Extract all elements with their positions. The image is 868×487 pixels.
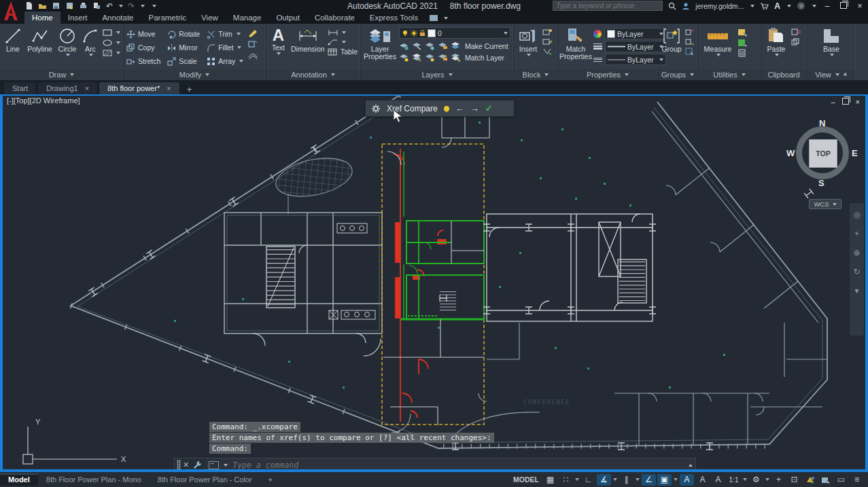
graphics-performance-icon[interactable] xyxy=(803,474,817,486)
layer-freeze-tool-icon[interactable] xyxy=(425,41,436,50)
viewcube[interactable]: N S W E TOP xyxy=(796,126,849,179)
array-dropdown-icon[interactable] xyxy=(239,60,243,62)
group-selection-icon[interactable] xyxy=(685,48,695,55)
tab-insert[interactable]: Insert xyxy=(60,12,95,24)
create-block-icon[interactable] xyxy=(542,29,553,36)
arc-dropdown-icon[interactable] xyxy=(89,54,93,56)
xref-highlight-bulb-icon[interactable] xyxy=(444,106,449,111)
ungroup-icon[interactable] xyxy=(685,29,695,36)
annotation-scale-icon[interactable]: A xyxy=(711,474,725,486)
isolate-objects-icon[interactable]: ⊡ xyxy=(787,474,801,486)
xref-previous-button[interactable]: ← xyxy=(455,104,464,113)
file-tab-drawing1[interactable]: Drawing1× xyxy=(38,82,98,94)
recent-commands-icon[interactable] xyxy=(209,461,219,469)
panel-label-utilities[interactable]: Utilities xyxy=(698,69,761,80)
command-expand-icon[interactable] xyxy=(689,464,693,467)
circle-button[interactable]: Circle xyxy=(56,26,78,56)
command-bar-drag-handle[interactable] xyxy=(177,460,181,470)
layer-on2-icon[interactable] xyxy=(399,53,411,62)
make-current-button[interactable]: Make Current xyxy=(464,42,510,50)
layer-dropdown-icon[interactable] xyxy=(504,32,508,35)
panel-label-layers[interactable]: Layers xyxy=(361,69,513,80)
fillet-button[interactable]: Fillet xyxy=(207,43,243,52)
panel-label-view[interactable]: View xyxy=(807,69,856,80)
doc-restore-button[interactable] xyxy=(842,98,849,106)
pan-icon[interactable]: + xyxy=(854,229,859,238)
stretch-button[interactable]: Stretch xyxy=(126,57,160,66)
window-restore-button[interactable] xyxy=(838,1,849,11)
command-input-area[interactable] xyxy=(206,458,695,471)
match-layer-button[interactable]: Match Layer xyxy=(464,54,510,62)
scale-button[interactable]: Scale xyxy=(167,57,200,66)
layer-select[interactable]: 0 xyxy=(399,27,510,39)
make-current-icon[interactable] xyxy=(451,41,462,50)
recent-commands-dropdown-icon[interactable] xyxy=(224,464,228,467)
annotation-visibility-icon[interactable]: A xyxy=(680,474,694,486)
doc-close-button[interactable]: × xyxy=(856,98,860,106)
explode-icon[interactable] xyxy=(247,39,258,48)
hardware-acceleration-icon[interactable] xyxy=(818,474,833,486)
tab-home[interactable]: Home xyxy=(24,12,60,24)
grid-display-icon[interactable]: ▦ xyxy=(543,474,557,486)
ellipse-button[interactable] xyxy=(103,39,120,47)
object-color-select[interactable]: ByLayer xyxy=(604,28,666,39)
open-folder-icon[interactable] xyxy=(38,1,47,10)
insert-button[interactable]: Insert xyxy=(517,26,540,56)
redo-icon[interactable]: ↷ xyxy=(128,1,135,11)
array-button[interactable]: Array xyxy=(207,57,243,66)
fillet-dropdown-icon[interactable] xyxy=(237,46,241,49)
quick-properties-icon[interactable]: + xyxy=(771,474,786,486)
viewcube-north[interactable]: N xyxy=(819,118,825,128)
quick-calc-icon[interactable] xyxy=(737,39,748,47)
block-attributes-icon[interactable] xyxy=(542,48,553,55)
window-close-button[interactable]: × xyxy=(854,1,865,11)
panel-label-draw[interactable]: Draw xyxy=(0,69,123,80)
object-snap-icon[interactable]: ▣ xyxy=(657,474,672,486)
text-dropdown-icon[interactable] xyxy=(277,52,281,55)
mirror-button[interactable]: Mirror xyxy=(167,43,200,52)
layer-unlock-icon[interactable] xyxy=(438,53,449,62)
paste-button[interactable]: Paste xyxy=(764,26,788,56)
tab-collaborate[interactable]: Collaborate xyxy=(307,12,362,24)
tab-output[interactable]: Output xyxy=(268,12,307,24)
qat-customize-icon[interactable] xyxy=(152,5,156,7)
clean-screen-icon[interactable]: ▭ xyxy=(834,474,848,486)
panel-label-properties[interactable]: Properties xyxy=(558,69,657,80)
model-space-indicator[interactable]: MODEL xyxy=(513,475,539,484)
account-dropdown-icon[interactable] xyxy=(787,5,791,7)
ribbon-display-options-icon[interactable] xyxy=(430,15,448,22)
trim-dropdown-icon[interactable] xyxy=(237,33,241,35)
match-properties-button[interactable]: Match Properties xyxy=(561,26,591,60)
help-search-box[interactable] xyxy=(553,1,663,11)
panel-label-modify[interactable]: Modify xyxy=(124,69,265,80)
arc-button[interactable]: Arc xyxy=(81,26,100,56)
trim-button[interactable]: Trim xyxy=(207,30,243,39)
tab-view[interactable]: View xyxy=(194,12,226,24)
layer-properties-button[interactable]: Layer Properties xyxy=(364,26,396,60)
file-tab-start[interactable]: Start xyxy=(4,82,37,94)
osnap-dropdown-icon[interactable] xyxy=(674,478,678,481)
panel-label-clipboard[interactable]: Clipboard xyxy=(761,69,806,80)
user-dropdown-icon[interactable] xyxy=(750,5,754,7)
drawing-canvas[interactable]: CONFERENCE Y X [-][Top][2D Wireframe] xyxy=(0,94,868,472)
polar-dropdown-icon[interactable] xyxy=(613,478,617,481)
ortho-mode-icon[interactable]: ∟ xyxy=(581,474,595,486)
panel-label-annotation[interactable]: Annotation xyxy=(266,69,360,80)
customization-menu-icon[interactable]: ≡ xyxy=(850,474,864,486)
layer-lock-tool-icon[interactable] xyxy=(438,41,449,50)
scale-dropdown-icon[interactable] xyxy=(743,478,747,481)
polar-tracking-icon[interactable]: ∡ xyxy=(597,474,611,486)
linear-dimension-button[interactable] xyxy=(328,29,358,36)
search-input[interactable] xyxy=(553,2,662,10)
redo-dropdown-icon[interactable] xyxy=(141,5,145,7)
match-layer-icon[interactable] xyxy=(451,53,462,62)
undo-dropdown-icon[interactable] xyxy=(119,5,123,7)
save-icon[interactable] xyxy=(52,1,60,10)
paste-dropdown-icon[interactable] xyxy=(775,54,779,56)
layer-walk-icon[interactable] xyxy=(412,53,423,62)
rectangle-button[interactable] xyxy=(103,29,120,37)
group-edit-icon[interactable] xyxy=(685,38,695,46)
lineweight-select[interactable]: ByLayer xyxy=(605,41,666,52)
new-drawing-tab-button[interactable]: + xyxy=(181,84,198,94)
workspace-dropdown-icon[interactable] xyxy=(765,478,769,481)
